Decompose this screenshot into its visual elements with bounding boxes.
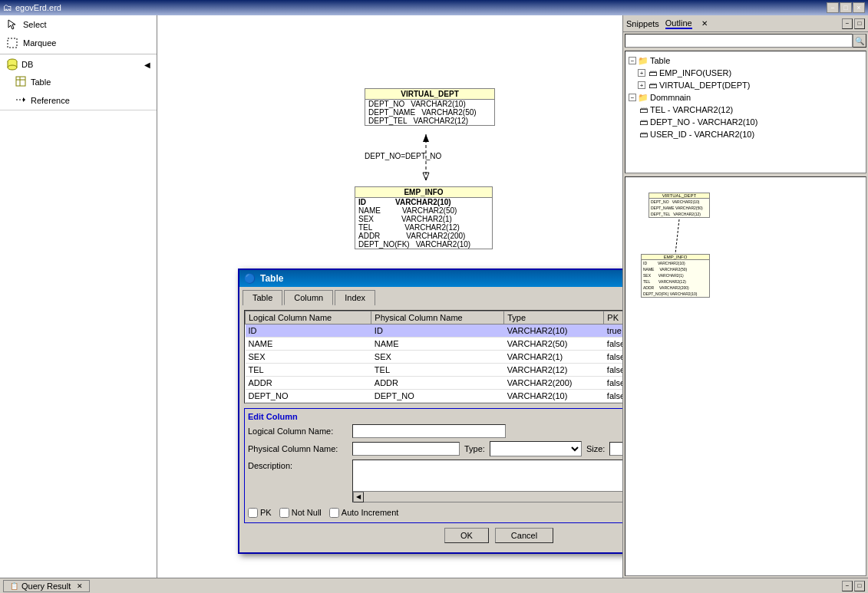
table-dialog: 🔵 Table ✕ Table Column Index [238,268,622,554]
tree-domain-label: Dommnain [650,93,691,102]
dialog-content: Logical Column Name Physical Column Name… [239,305,622,552]
sidebar-separator [0,54,157,54]
main-container: 🗂 egovErd.erd − □ × Select Mar [0,0,868,593]
ok-button[interactable]: OK [444,528,489,543]
dialog-table-area: Logical Column Name Physical Column Name… [244,310,622,404]
pk-checkbox-label[interactable]: PK [248,508,272,518]
tree-domain-expand[interactable]: − [629,94,636,101]
mini-vdept-row0: DEPT_NO VARCHAR2(10) [649,199,709,205]
tree-emp-info-node[interactable]: + 🗃 EMP_INFO(USER) [638,67,863,79]
not-null-label: Not Null [292,508,322,517]
tree-table-label: Table [650,56,670,65]
maximize-button[interactable]: □ [840,2,852,13]
auto-increment-checkbox-label[interactable]: Auto Increment [329,508,399,518]
emp-info-row-2: SEXVARCHAR2(1) [355,215,492,223]
column-row-1[interactable]: NAME NAME VARCHAR2(50) false false [246,338,623,351]
db-expand-arrow[interactable]: ◀ [144,61,150,69]
tree-search-input[interactable] [625,34,853,48]
right-panel-minimize[interactable]: − [842,18,853,29]
tree-vdept-expand[interactable]: + [638,81,645,89]
tree-domain-node[interactable]: − 📁 Dommnain [629,91,863,104]
query-result-close-icon[interactable]: ✕ [77,582,83,590]
tree-virtual-dept-label: VIRTUAL_DEPT(DEPT) [659,81,750,90]
col-logical-0: ID [246,325,371,338]
mini-vdept-row2: DEPT_TEL VARCHAR2(12) [649,211,709,217]
tree-virtual-dept-node[interactable]: + 🗃 VIRTUAL_DEPT(DEPT) [638,79,863,91]
tree-user-id-node[interactable]: 🗃 USER_ID - VARCHAR2(10) [638,128,863,140]
column-row-0[interactable]: ID ID VARCHAR2(10) true false [246,325,623,338]
tab-table[interactable]: Table [243,290,282,305]
col-type-4: VARCHAR2(200) [504,377,604,390]
col-type-2: VARCHAR2(1) [504,351,604,364]
tree-dept-no-node[interactable]: 🗃 DEPT_NO - VARCHAR2(10) [638,116,863,128]
marquee-tool[interactable]: Marquee [0,34,157,52]
column-row-5[interactable]: DEPT_NO DEPT_NO VARCHAR2(10) false false [246,390,623,403]
tree-table-icon-1: 🗃 [647,80,658,91]
size-label: Size: [586,444,605,453]
emp-info-row-3: TELVARCHAR2(12) [355,223,492,232]
mini-emp-header: EMP_INFO [642,255,709,260]
window-title: egovErd.erd [15,3,61,12]
outline-tab[interactable]: Outline [665,18,692,29]
right-panel-maximize[interactable]: □ [854,18,865,29]
db-header[interactable]: DB ◀ [0,56,157,73]
not-null-checkbox-label[interactable]: Not Null [279,508,322,518]
app-icon: 🗂 [3,2,12,13]
description-wrap: ▲ ▼ ◀ ▶ [352,460,622,502]
tree-dept-no-label: DEPT_NO - VARCHAR2(10) [650,117,757,127]
virtual-dept-table[interactable]: VIRTUAL_DEPT DEPT_NOVARCHAR2(10) DEPT_NA… [365,88,495,126]
auto-increment-checkbox[interactable] [329,508,339,518]
snippets-tab[interactable]: Snippets [626,19,659,28]
tree-table-node[interactable]: − 📁 Table [629,54,863,67]
column-row-4[interactable]: ADDR ADDR VARCHAR2(200) false false [246,377,623,390]
col-header-logical: Logical Column Name [246,311,371,325]
type-select[interactable]: VARCHAR2 NUMBER DATE CHAR [490,441,582,456]
title-bar: 🗂 egovErd.erd − □ × [0,0,868,15]
col-physical-2: SEX [371,351,504,364]
column-row-2[interactable]: SEX SEX VARCHAR2(1) false false [246,351,623,364]
col-logical-5: DEPT_NO [246,390,371,403]
tree-tel-node[interactable]: 🗃 TEL - VARCHAR2(12) [638,104,863,116]
dialog-title-bar: 🔵 Table ✕ [239,270,622,287]
tree-user-id-label: USER_ID - VARCHAR2(10) [650,130,754,139]
tree-table-expand[interactable]: − [629,57,636,64]
right-panel: Snippets Outline ✕ − □ 🔍 − 📁 Table [622,15,868,578]
sidebar-table-item[interactable]: Table [0,73,157,91]
tree-table-icon-0: 🗃 [647,68,658,78]
emp-info-row-1: NAMEVARCHAR2(50) [355,206,492,215]
canvas-area[interactable]: DEPT_NO=DEPT_NO VIRTUAL_DEPT DEPT_NOVARC… [157,15,622,578]
description-row: Description: ▲ ▼ ◀ ▶ [248,460,622,502]
bottom-maximize-icon[interactable]: □ [854,581,865,591]
col-pk-5: false [604,390,622,403]
col-logical-2: SEX [246,351,371,364]
select-tool[interactable]: Select [0,15,157,34]
db-label: DB [21,60,33,69]
not-null-checkbox[interactable] [279,508,289,518]
tab-index[interactable]: Index [335,290,375,305]
pk-checkbox[interactable] [248,508,258,518]
emp-info-table[interactable]: EMP_INFO IDVARCHAR2(10) NAMEVARCHAR2(50)… [355,186,493,249]
outline-close-icon[interactable]: ✕ [701,19,708,28]
tree-search-icon[interactable]: 🔍 [853,34,866,48]
col-header-physical: Physical Column Name [371,311,504,325]
column-row-3[interactable]: TEL TEL VARCHAR2(12) false false [246,364,623,377]
logical-name-input[interactable] [352,424,506,438]
query-result-tab[interactable]: 📋 Query Result ✕ [3,580,90,592]
minimize-button[interactable]: − [827,2,839,13]
close-window-button[interactable]: × [853,2,865,13]
bottom-minimize-icon[interactable]: − [842,581,853,591]
columns-table-container[interactable]: Logical Column Name Physical Column Name… [244,310,622,404]
tab-column[interactable]: Column [284,290,333,305]
col-logical-3: TEL [246,364,371,377]
emp-info-header: EMP_INFO [355,187,492,198]
description-scrollbar-horiz[interactable]: ◀ ▶ [353,491,622,502]
cancel-button[interactable]: Cancel [495,528,553,543]
size-input[interactable] [609,442,622,456]
physical-name-input[interactable] [352,442,460,456]
virtual-dept-row-0: DEPT_NOVARCHAR2(10) [365,100,494,108]
sidebar-reference-item[interactable]: Reference [0,91,157,110]
description-textarea[interactable] [353,460,622,493]
outline-tree[interactable]: − 📁 Table + 🗃 EMP_INFO(USER) + 🗃 VIRTUAL… [625,51,866,173]
tree-emp-expand[interactable]: + [638,69,645,77]
col-logical-1: NAME [246,338,371,351]
